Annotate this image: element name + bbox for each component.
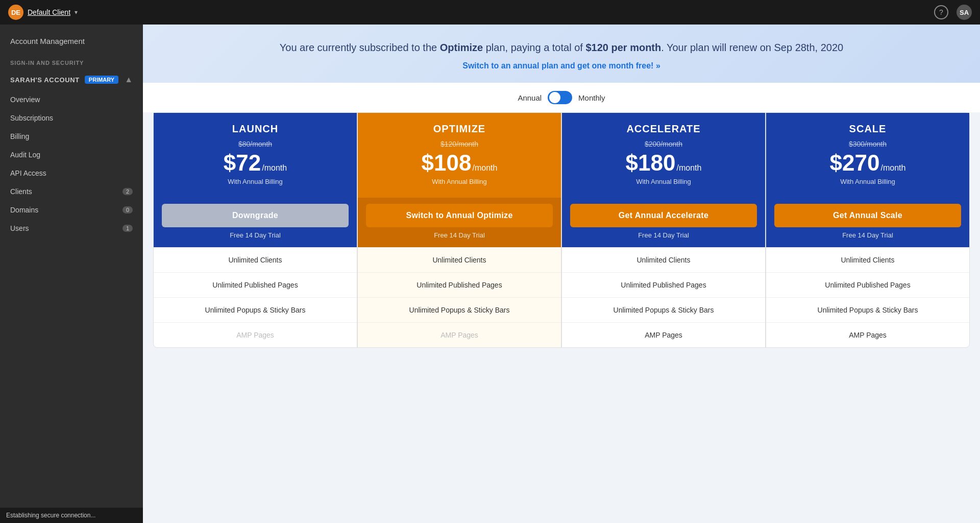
plan-price-period-accelerate: /month — [676, 163, 701, 173]
feature-row: Unlimited Clients — [766, 247, 969, 272]
get-annual-accelerate-button[interactable]: Get Annual Accelerate — [570, 204, 757, 227]
plans-section: LAUNCH $80/month $72 /month With Annual … — [143, 112, 980, 368]
sidebar-item-clients[interactable]: Clients 2 — [0, 182, 143, 201]
plan-price-row-optimize: $108 /month — [366, 150, 553, 176]
plan-cta-area-accelerate: Get Annual Accelerate Free 14 Day Trial — [562, 198, 765, 247]
feature-row: Unlimited Popups & Sticky Bars — [358, 297, 561, 322]
content-area: You are currently subscribed to the Opti… — [143, 25, 980, 523]
feature-row: Unlimited Popups & Sticky Bars — [766, 297, 969, 322]
sidebar-item-domains[interactable]: Domains 0 — [0, 201, 143, 219]
annual-label: Annual — [518, 93, 542, 102]
banner-description: You are currently subscribed to the Opti… — [163, 40, 960, 55]
plan-billing-note-launch: With Annual Billing — [162, 178, 349, 185]
price-highlight: $120 per month — [585, 42, 661, 53]
free-trial-note-scale: Free 14 Day Trial — [774, 227, 961, 241]
feature-row: Unlimited Popups & Sticky Bars — [562, 297, 765, 322]
plan-header-scale: SCALE $300/month $270 /month With Annual… — [766, 113, 969, 198]
plan-features-optimize: Unlimited Clients Unlimited Published Pa… — [358, 247, 561, 347]
plan-billing-note-optimize: With Annual Billing — [366, 178, 553, 185]
feature-row: AMP Pages — [766, 322, 969, 347]
plan-name-launch: LAUNCH — [162, 123, 349, 135]
downgrade-button[interactable]: Downgrade — [162, 204, 349, 227]
sidebar: Account Management SIGN-IN AND SECURITY … — [0, 25, 143, 523]
plan-name-optimize: OPTIMIZE — [366, 123, 553, 135]
user-avatar[interactable]: SA — [957, 5, 972, 20]
help-icon[interactable]: ? — [934, 5, 948, 19]
sidebar-item-users[interactable]: Users 1 — [0, 219, 143, 237]
feature-row: Unlimited Published Pages — [766, 272, 969, 297]
plan-original-price-scale: $300/month — [774, 140, 961, 148]
feature-row: Unlimited Published Pages — [562, 272, 765, 297]
plan-price-period-scale: /month — [880, 163, 905, 173]
feature-row: Unlimited Published Pages — [358, 272, 561, 297]
billing-toggle[interactable] — [548, 91, 572, 104]
sidebar-item-api-access[interactable]: API Access — [0, 164, 143, 182]
annual-switch-link[interactable]: Switch to an annual plan and get one mon… — [462, 61, 660, 70]
sidebar-item-audit-log[interactable]: Audit Log — [0, 146, 143, 164]
billing-toggle-row: Annual Monthly — [143, 83, 980, 112]
plan-header-optimize: OPTIMIZE $120/month $108 /month With Ann… — [358, 113, 561, 198]
plan-price-period-optimize: /month — [472, 163, 497, 173]
domains-badge: 0 — [122, 206, 133, 213]
plan-features-accelerate: Unlimited Clients Unlimited Published Pa… — [562, 247, 765, 347]
plan-original-price-accelerate: $200/month — [570, 140, 757, 148]
user-initials-badge[interactable]: DE — [8, 5, 23, 20]
top-nav-left: DE Default Client ▾ — [8, 5, 78, 20]
sarahs-account-label: SARAH'S ACCOUNT — [10, 76, 80, 84]
plan-header-launch: LAUNCH $80/month $72 /month With Annual … — [154, 113, 357, 198]
sidebar-item-subscriptions[interactable]: Subscriptions — [0, 109, 143, 127]
account-management-title: Account Management — [0, 25, 143, 52]
feature-row: AMP Pages — [358, 322, 561, 347]
feature-row: AMP Pages — [154, 322, 357, 347]
free-trial-note-launch: Free 14 Day Trial — [162, 227, 349, 241]
plan-features-scale: Unlimited Clients Unlimited Published Pa… — [766, 247, 969, 347]
plan-cta-area-scale: Get Annual Scale Free 14 Day Trial — [766, 198, 969, 247]
sidebar-group-sign-in: SIGN-IN AND SECURITY — [0, 52, 143, 69]
plan-billing-note-scale: With Annual Billing — [774, 178, 961, 185]
feature-row: Unlimited Clients — [562, 247, 765, 272]
clients-badge: 2 — [122, 188, 133, 195]
main-layout: Account Management SIGN-IN AND SECURITY … — [0, 25, 980, 523]
status-bar: Establishing secure connection... — [0, 508, 143, 523]
plan-card-optimize: OPTIMIZE $120/month $108 /month With Ann… — [357, 112, 561, 348]
sarahs-account-row: SARAH'S ACCOUNT PRIMARY ▲ — [0, 69, 143, 90]
top-nav: DE Default Client ▾ ? SA — [0, 0, 980, 25]
plan-price-period-launch: /month — [262, 163, 287, 173]
plan-price-big-optimize: $108 — [422, 150, 472, 176]
feature-row: AMP Pages — [562, 322, 765, 347]
plan-price-row-launch: $72 /month — [162, 150, 349, 176]
plan-cta-area-launch: Downgrade Free 14 Day Trial — [154, 198, 357, 247]
top-nav-right: ? SA — [934, 5, 972, 20]
chevron-down-icon[interactable]: ▾ — [75, 9, 78, 16]
plan-price-row-scale: $270 /month — [774, 150, 961, 176]
plan-price-big-scale: $270 — [830, 150, 880, 176]
feature-row: Unlimited Clients — [358, 247, 561, 272]
switch-to-annual-optimize-button[interactable]: Switch to Annual Optimize — [366, 204, 553, 227]
plan-cta-area-optimize: Switch to Annual Optimize Free 14 Day Tr… — [358, 198, 561, 247]
feature-row: Unlimited Published Pages — [154, 272, 357, 297]
plan-name-scale: SCALE — [774, 123, 961, 135]
users-badge: 1 — [122, 225, 133, 232]
plan-billing-note-accelerate: With Annual Billing — [570, 178, 757, 185]
plan-name-highlight: Optimize — [440, 42, 483, 53]
plan-price-row-accelerate: $180 /month — [570, 150, 757, 176]
free-trial-note-optimize: Free 14 Day Trial — [366, 227, 553, 241]
subscription-banner: You are currently subscribed to the Opti… — [143, 25, 980, 83]
sidebar-item-billing[interactable]: Billing — [0, 127, 143, 146]
monthly-label: Monthly — [578, 93, 605, 102]
plan-original-price-optimize: $120/month — [366, 140, 553, 148]
client-name-link[interactable]: Default Client — [28, 8, 70, 16]
get-annual-scale-button[interactable]: Get Annual Scale — [774, 204, 961, 227]
feature-row: Unlimited Clients — [154, 247, 357, 272]
feature-row: Unlimited Popups & Sticky Bars — [154, 297, 357, 322]
collapse-icon[interactable]: ▲ — [125, 75, 133, 84]
plan-header-accelerate: ACCELERATE $200/month $180 /month With A… — [562, 113, 765, 198]
toggle-knob — [549, 92, 560, 103]
free-trial-note-accelerate: Free 14 Day Trial — [570, 227, 757, 241]
plan-price-big-accelerate: $180 — [626, 150, 676, 176]
sidebar-item-overview[interactable]: Overview — [0, 90, 143, 109]
plan-card-scale: SCALE $300/month $270 /month With Annual… — [766, 112, 970, 348]
plans-grid: LAUNCH $80/month $72 /month With Annual … — [153, 112, 970, 348]
plan-features-launch: Unlimited Clients Unlimited Published Pa… — [154, 247, 357, 347]
plan-card-launch: LAUNCH $80/month $72 /month With Annual … — [153, 112, 357, 348]
